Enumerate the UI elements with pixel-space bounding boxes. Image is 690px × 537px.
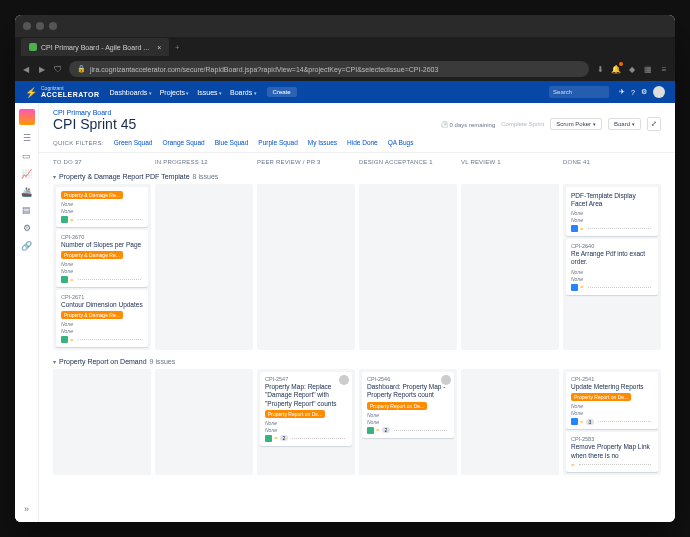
components-icon[interactable]: ⚙ (22, 223, 32, 233)
bell-icon[interactable]: 🔔 (611, 64, 621, 74)
filter-blue-squad[interactable]: Blue Squad (215, 139, 249, 146)
breadcrumb[interactable]: CPI Primary Board (53, 109, 661, 116)
issue-id: CPI-2546 (367, 376, 449, 382)
issue-card[interactable]: CPI-2671 Contour Dimension Updates Prope… (56, 290, 148, 347)
swimlane-row: Property & Damage Re... None None = CPI-… (53, 184, 661, 350)
board-column[interactable] (155, 369, 253, 474)
board-dropdown[interactable]: Board (608, 118, 641, 130)
menu-dashboards[interactable]: Dashboards (110, 89, 152, 96)
settings-icon[interactable]: ⚙ (641, 88, 647, 96)
meta-field: None (61, 321, 143, 327)
assignee-avatar[interactable] (339, 375, 349, 385)
issue-type-icon (265, 435, 272, 442)
menu-icon[interactable]: ≡ (659, 64, 669, 74)
col-header-done: DONE 41 (563, 159, 661, 165)
brand-small: Cognizant (41, 86, 100, 91)
epic-tag[interactable]: Property & Damage Re... (61, 191, 123, 199)
issue-card[interactable]: CPI-2670 Number of Slopes per Page Prope… (56, 230, 148, 287)
issues-icon[interactable]: ▤ (22, 205, 32, 215)
board-column[interactable] (461, 184, 559, 350)
tab-close-icon[interactable]: × (157, 44, 161, 51)
minimize-traffic-light[interactable] (36, 22, 44, 30)
story-points-badge: 3 (586, 419, 595, 425)
priority-icon: = (571, 462, 575, 468)
issue-title: Number of Slopes per Page (61, 241, 143, 249)
filter-purple-squad[interactable]: Purple Squad (258, 139, 297, 146)
epic-tag[interactable]: Property Report on De... (367, 402, 427, 410)
issue-card[interactable]: CPI-2547 Property Map: Replace "Damage R… (260, 372, 352, 445)
releases-icon[interactable]: 🚢 (22, 187, 32, 197)
issue-card[interactable]: Property & Damage Re... None None = (56, 187, 148, 227)
board-column[interactable] (359, 184, 457, 350)
issue-type-icon (571, 418, 578, 425)
board-column[interactable]: CPI-2541 Update Metering Reports Propert… (563, 369, 661, 474)
back-icon[interactable]: ◀ (21, 64, 31, 74)
board-column[interactable] (257, 184, 355, 350)
meta-field: None (61, 208, 143, 214)
issue-title: Remove Property Map Link when there is n… (571, 443, 653, 459)
new-tab-button[interactable]: + (175, 44, 179, 51)
filter-my-issues[interactable]: My Issues (308, 139, 337, 146)
forward-icon[interactable]: ▶ (37, 64, 47, 74)
issue-card[interactable]: CPI-2541 Update Metering Reports Propert… (566, 372, 658, 429)
app-logo[interactable]: ⚡ Cognizant ACCELERATOR (25, 86, 100, 98)
search-input[interactable]: Search (549, 86, 609, 98)
board-icon[interactable]: ▭ (22, 151, 32, 161)
titlebar (15, 15, 675, 37)
project-avatar[interactable] (19, 109, 35, 125)
board-column[interactable] (53, 369, 151, 474)
epic-tag[interactable]: Property Report on De... (571, 393, 631, 401)
help-icon[interactable]: ? (631, 89, 635, 96)
board-column[interactable] (155, 184, 253, 350)
priority-icon: = (70, 337, 74, 343)
swimlane-header[interactable]: Property & Damage Report PDF Template 8 … (53, 169, 661, 184)
board-column[interactable]: Property & Damage Re... None None = CPI-… (53, 184, 151, 350)
filter-qa-bugs[interactable]: QA Bugs (388, 139, 414, 146)
epic-tag[interactable]: Property Report on De... (265, 410, 325, 418)
download-icon[interactable]: ⬇ (595, 64, 605, 74)
search-placeholder: Search (553, 89, 572, 95)
issue-id: CPI-2671 (61, 294, 143, 300)
url-field[interactable]: 🔒 jira.cognizantaccelerator.com/secure/R… (69, 61, 589, 77)
close-traffic-light[interactable] (23, 22, 31, 30)
menu-issues[interactable]: Issues (197, 89, 222, 96)
browser-tab[interactable]: CPI Primary Board - Agile Board ... × (21, 38, 169, 56)
board-column[interactable]: CPI-2546 Dashboard: Property Map - Prope… (359, 369, 457, 474)
feedback-icon[interactable]: ✈ (619, 88, 625, 96)
reports-icon[interactable]: 📈 (22, 169, 32, 179)
issue-card[interactable]: CPI-2640 Re Arrange Pdf into exact order… (566, 239, 658, 294)
issue-card[interactable]: CPI-2583 Remove Property Map Link when t… (566, 432, 658, 471)
issue-type-icon (61, 276, 68, 283)
link-icon[interactable]: 🔗 (22, 241, 32, 251)
filter-orange-squad[interactable]: Orange Squad (162, 139, 204, 146)
filter-hide-done[interactable]: Hide Done (347, 139, 378, 146)
menu-boards[interactable]: Boards (230, 89, 257, 96)
issue-title: Update Metering Reports (571, 383, 653, 391)
epic-tag[interactable]: Property & Damage Re... (61, 311, 123, 319)
menu-projects[interactable]: Projects (160, 89, 190, 96)
zoom-traffic-light[interactable] (49, 22, 57, 30)
filter-green-squad[interactable]: Green Squad (114, 139, 153, 146)
sprint-title: CPI Sprint 45 (53, 116, 136, 132)
pocket-icon[interactable]: ◆ (627, 64, 637, 74)
user-avatar[interactable] (653, 86, 665, 98)
scrum-poker-button[interactable]: Scrum Poker (550, 118, 602, 130)
shield-icon[interactable]: 🛡 (53, 64, 63, 74)
issue-card[interactable]: PDF-Template Display Facet Area None Non… (566, 187, 658, 236)
issue-title: PDF-Template Display Facet Area (571, 192, 653, 208)
board-column[interactable] (461, 369, 559, 474)
fullscreen-icon[interactable]: ⤢ (647, 117, 661, 131)
extensions-icon[interactable]: ▦ (643, 64, 653, 74)
issue-card[interactable]: CPI-2546 Dashboard: Property Map - Prope… (362, 372, 454, 437)
expand-sidebar-icon[interactable]: » (24, 504, 29, 514)
board-column[interactable]: CPI-2547 Property Map: Replace "Damage R… (257, 369, 355, 474)
epic-tag[interactable]: Property & Damage Re... (61, 251, 123, 259)
meta-field: None (571, 276, 653, 282)
backlog-icon[interactable]: ☰ (22, 133, 32, 143)
complete-sprint-button[interactable]: Complete Sprint (501, 121, 544, 127)
meta-field: None (61, 268, 143, 274)
board-column[interactable]: PDF-Template Display Facet Area None Non… (563, 184, 661, 350)
assignee-avatar[interactable] (441, 375, 451, 385)
create-button[interactable]: Create (267, 87, 297, 97)
swimlane-header[interactable]: Property Report on Demand 9 issues (53, 354, 661, 369)
